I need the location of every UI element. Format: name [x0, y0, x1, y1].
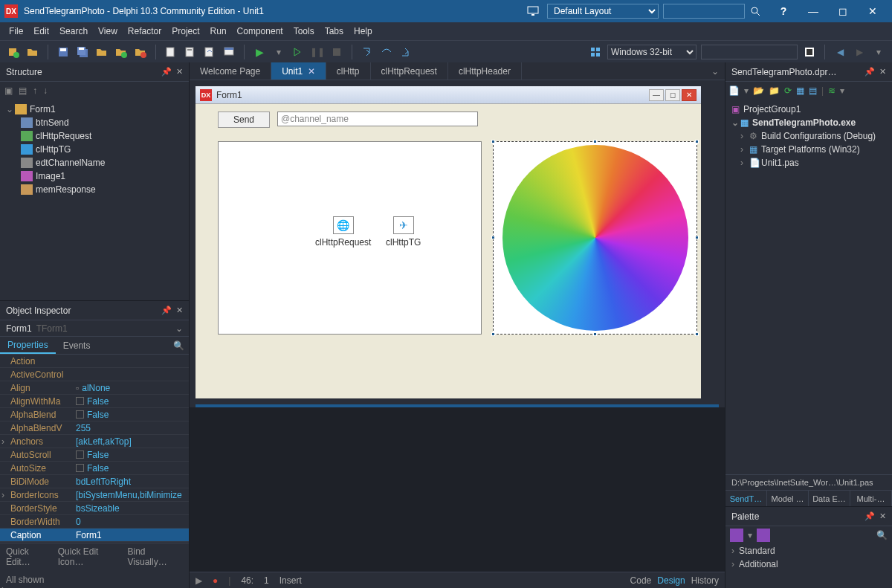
struct-down-icon[interactable]: ↓: [43, 85, 48, 96]
open-project-icon[interactable]: [25, 45, 40, 59]
menu-file[interactable]: File: [9, 26, 23, 36]
struct-tool-1[interactable]: ▣: [4, 85, 13, 96]
status-play-icon[interactable]: ▶: [195, 575, 202, 586]
run-button[interactable]: ▶: [252, 45, 267, 59]
prop-borderstyle[interactable]: BorderStylebsSizeable: [0, 502, 189, 515]
minimize-button[interactable]: —: [798, 1, 828, 22]
desktop-icon[interactable]: [526, 5, 541, 17]
menu-tabs[interactable]: Tabs: [325, 26, 343, 36]
design-form-window[interactable]: DX Form1 — ◻ ✕ Send @channel_name 🌐clHtt…: [195, 86, 701, 398]
help-button[interactable]: ?: [769, 1, 798, 22]
nav-dropdown-icon[interactable]: ▾: [871, 45, 886, 59]
prop-align[interactable]: Align▫alNone: [0, 381, 189, 395]
prop-alignwithmargins[interactable]: AlignWithMaFalse: [0, 395, 189, 408]
tab-events[interactable]: Events: [56, 337, 98, 354]
ptree-build-config[interactable]: ›⚙Build Configurations (Debug): [725, 129, 892, 143]
memresponse-component[interactable]: 🌐clHttpRequest ✈clHttpTG: [218, 141, 482, 335]
save-all-icon[interactable]: [75, 45, 90, 59]
remove-file-icon[interactable]: [133, 45, 148, 59]
menu-edit[interactable]: Edit: [33, 26, 49, 36]
close-icon[interactable]: ✕: [176, 306, 183, 315]
project-tree[interactable]: ▣ProjectGroup1 ⌄▦SendTelegramPhoto.exe ›…: [725, 100, 892, 474]
palette-list[interactable]: Standard Additional: [725, 544, 892, 588]
palette-additional[interactable]: Additional: [725, 558, 892, 571]
proj-new-icon[interactable]: 📄: [728, 85, 740, 96]
pause-icon[interactable]: ❚❚: [310, 45, 325, 59]
prop-borderwidth[interactable]: BorderWidth0: [0, 515, 189, 529]
proj-sync-icon[interactable]: ⟳: [784, 85, 792, 96]
tree-clhttptg[interactable]: clHttpTG: [0, 143, 189, 156]
layout-select[interactable]: Default Layout: [547, 4, 659, 19]
menu-search[interactable]: Search: [59, 26, 88, 36]
close-icon[interactable]: ✕: [879, 67, 886, 77]
view-code[interactable]: Code: [630, 575, 652, 586]
toolbar-icon-right[interactable]: [802, 45, 817, 59]
prop-caption[interactable]: CaptionForm1: [0, 529, 189, 542]
new-items-icon[interactable]: [6, 45, 21, 59]
tab-clhttpheader[interactable]: clHttpHeader: [448, 62, 522, 80]
prop-alphablend[interactable]: AlphaBlendFalse: [0, 408, 189, 421]
toolbar-search-input[interactable]: [701, 45, 798, 59]
new-unit-icon[interactable]: [183, 45, 198, 59]
tree-edtchannel[interactable]: edtChannelName: [0, 156, 189, 169]
close-icon[interactable]: ✕: [176, 67, 183, 77]
run-dropdown-icon[interactable]: ▾: [271, 45, 286, 59]
btnsend-component[interactable]: Send: [218, 112, 270, 128]
tab-welcome[interactable]: Welcome Page: [190, 62, 271, 80]
search-icon[interactable]: [749, 5, 761, 17]
palette-standard[interactable]: Standard: [725, 544, 892, 558]
quick-edit-link[interactable]: Quick Edit…: [6, 546, 52, 567]
ptree-exe[interactable]: ⌄▦SendTelegramPhoto.exe: [725, 116, 892, 129]
tabs-dropdown-icon[interactable]: ⌄: [711, 66, 719, 77]
form-designer[interactable]: DX Form1 — ◻ ✕ Send @channel_name 🌐clHtt…: [190, 80, 725, 572]
struct-up-icon[interactable]: ↑: [33, 85, 37, 96]
proj-open-icon[interactable]: 📂: [753, 85, 764, 96]
pin-icon[interactable]: 📌: [161, 306, 172, 315]
proj-add-icon[interactable]: 📁: [769, 85, 780, 96]
prop-autoscroll[interactable]: AutoScrollFalse: [0, 448, 189, 462]
close-button[interactable]: ✕: [858, 1, 888, 22]
image1-component[interactable]: [493, 141, 697, 335]
proj-layers-icon[interactable]: ≋: [828, 85, 836, 96]
ptree-projectgroup[interactable]: ▣ProjectGroup1: [725, 103, 892, 116]
ptab-multi[interactable]: Multi-…: [850, 491, 892, 506]
view-form-icon[interactable]: [222, 45, 236, 59]
platform-select[interactable]: Windows 32-bit: [607, 45, 697, 59]
search-input[interactable]: [663, 4, 745, 19]
prop-bordericons[interactable]: BorderIcons[biSystemMenu,biMinimize: [0, 488, 189, 502]
menu-tools[interactable]: Tools: [294, 26, 314, 36]
clhttptg-component[interactable]: ✈clHttpTG: [386, 216, 421, 248]
prop-anchors[interactable]: Anchors[akLeft,akTop]: [0, 435, 189, 448]
prop-activecontrol[interactable]: ActiveControl: [0, 368, 189, 381]
search-icon[interactable]: 🔍: [173, 340, 184, 351]
view-design[interactable]: Design: [657, 575, 685, 586]
step-out-icon[interactable]: [398, 45, 413, 59]
prop-alphablendvalue[interactable]: AlphaBlendV255: [0, 421, 189, 435]
stop-icon[interactable]: [329, 45, 344, 59]
nav-back-icon[interactable]: ◀: [833, 45, 847, 59]
view-unit-icon[interactable]: [202, 45, 217, 59]
palette-btn2[interactable]: [757, 529, 770, 542]
inspector-instance-select[interactable]: Form1TForm1⌄: [0, 320, 189, 337]
property-grid[interactable]: ActionActiveControlAlign▫alNoneAlignWith…: [0, 355, 189, 543]
step-over-icon[interactable]: [379, 45, 394, 59]
tree-btnsend[interactable]: btnSend: [0, 116, 189, 129]
tab-clhttprequest[interactable]: clHttpRequest: [371, 62, 448, 80]
palette-btn1[interactable]: [730, 529, 743, 542]
tree-memresponse[interactable]: memResponse: [0, 183, 189, 196]
pin-icon[interactable]: 📌: [864, 67, 875, 77]
add-file-icon[interactable]: [114, 45, 129, 59]
ptree-target-platforms[interactable]: ›▦Target Platforms (Win32): [725, 143, 892, 156]
quick-edit-icon-link[interactable]: Quick Edit Icon…: [58, 546, 122, 567]
structure-tree[interactable]: ⌄Form1 btnSend clHttpRequest clHttpTG ed…: [0, 100, 189, 300]
save-icon[interactable]: [56, 45, 71, 59]
open-file-icon[interactable]: [94, 45, 109, 59]
status-error-icon[interactable]: ●: [213, 575, 218, 586]
menu-project[interactable]: Project: [172, 26, 199, 36]
maximize-button[interactable]: ◻: [828, 1, 858, 22]
ptab-sendt[interactable]: SendT…: [725, 491, 767, 506]
tab-clhttp[interactable]: clHttp: [326, 62, 371, 80]
clhttprequest-component[interactable]: 🌐clHttpRequest: [315, 216, 371, 248]
tree-clhttprequest[interactable]: clHttpRequest: [0, 129, 189, 143]
menu-refactor[interactable]: Refactor: [128, 26, 161, 36]
